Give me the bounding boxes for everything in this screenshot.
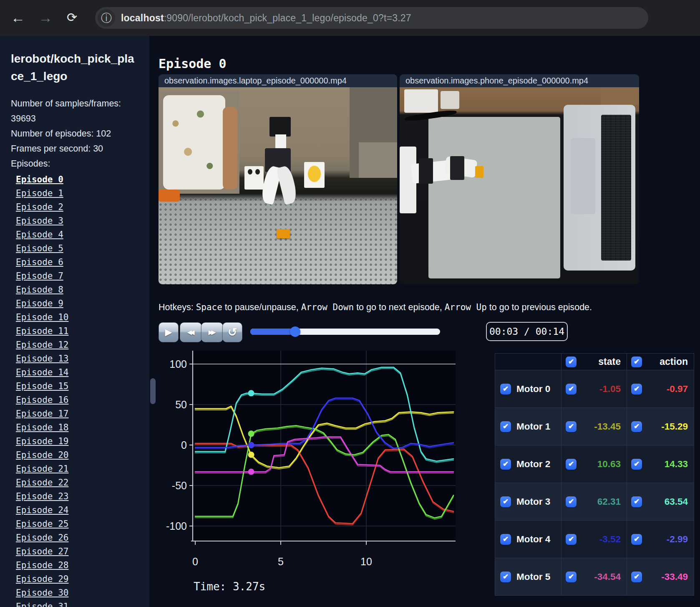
motor-0-state-checkbox[interactable]: ✔ xyxy=(566,384,577,395)
episode-link-24[interactable]: Episode 24 xyxy=(16,505,68,515)
episode-link-1[interactable]: Episode 1 xyxy=(16,188,63,198)
motor-3-label: Motor 3 xyxy=(516,496,550,507)
video-title-laptop: observation.images.laptop_episode_000000… xyxy=(159,74,397,87)
motor-1-state-checkbox[interactable]: ✔ xyxy=(566,421,577,432)
episode-link-29[interactable]: Episode 29 xyxy=(16,574,68,584)
robot-joint-2 xyxy=(450,156,464,180)
motor-4-checkbox[interactable]: ✔ xyxy=(500,534,511,545)
episode-list-item: Episode 16 xyxy=(16,393,149,407)
episode-link-31[interactable]: Episode 31 xyxy=(16,602,68,607)
episode-link-16[interactable]: Episode 16 xyxy=(16,395,68,405)
motor-row-name: ✔Motor 5 xyxy=(495,558,562,596)
motor-chart[interactable]: 100500-50-1000510 xyxy=(159,346,459,580)
episode-list-item: Episode 13 xyxy=(16,352,149,366)
seek-slider-thumb[interactable] xyxy=(290,326,300,337)
episode-list-item: Episode 22 xyxy=(16,476,149,490)
episode-link-20[interactable]: Episode 20 xyxy=(16,450,68,460)
person-arm xyxy=(223,107,237,190)
episode-link-28[interactable]: Episode 28 xyxy=(16,560,68,570)
motor-5-action-cell: ✔-33.49 xyxy=(627,558,694,596)
episode-list-item: Episode 12 xyxy=(16,338,149,352)
seek-slider[interactable] xyxy=(250,329,440,335)
episode-list-item: Episode 5 xyxy=(16,242,149,255)
motor-5-action-checkbox[interactable]: ✔ xyxy=(631,572,642,582)
seek-slider-fill xyxy=(250,329,295,335)
episode-link-0[interactable]: Episode 0 xyxy=(16,175,63,185)
episode-link-7[interactable]: Episode 7 xyxy=(16,271,63,281)
state-header-checkbox[interactable]: ✔ xyxy=(566,357,577,367)
episode-link-5[interactable]: Episode 5 xyxy=(16,243,63,253)
episode-link-11[interactable]: Episode 11 xyxy=(16,326,68,336)
reload-icon[interactable]: ⟳ xyxy=(67,8,77,28)
motor-1-state-cell: ✔-13.45 xyxy=(562,408,627,445)
episode-link-13[interactable]: Episode 13 xyxy=(16,354,68,364)
state-header-label: state xyxy=(598,356,621,367)
motor-2-checkbox[interactable]: ✔ xyxy=(500,459,511,470)
action-header-label: action xyxy=(660,356,688,367)
motor-3-action-checkbox[interactable]: ✔ xyxy=(631,496,642,507)
episode-link-18[interactable]: Episode 18 xyxy=(16,422,68,432)
episode-link-25[interactable]: Episode 25 xyxy=(16,519,68,529)
fast-forward-button[interactable]: ▶▶ xyxy=(201,322,223,342)
episode-link-4[interactable]: Episode 4 xyxy=(16,230,63,240)
episode-link-10[interactable]: Episode 10 xyxy=(16,312,68,322)
motor-0-label: Motor 0 xyxy=(516,384,550,395)
episode-link-3[interactable]: Episode 3 xyxy=(16,216,63,226)
episode-link-6[interactable]: Episode 6 xyxy=(16,257,63,267)
url-text[interactable]: localhost:9090/lerobot/koch_pick_place_1… xyxy=(121,13,411,24)
episode-link-30[interactable]: Episode 30 xyxy=(16,588,68,598)
episode-link-26[interactable]: Episode 26 xyxy=(16,533,68,543)
scrollbar-thumb[interactable] xyxy=(150,378,156,404)
orange-brick xyxy=(277,229,290,239)
url-path: :9090/lerobot/koch_pick_place_1_lego/epi… xyxy=(164,13,411,23)
episode-link-14[interactable]: Episode 14 xyxy=(16,367,68,377)
site-info-icon[interactable]: ⓘ xyxy=(98,9,115,27)
hotkeys-help: Hotkeys: Space to pause/unpause, Arrow D… xyxy=(159,302,659,313)
motor-4-state-checkbox[interactable]: ✔ xyxy=(566,534,577,545)
action-header-checkbox[interactable]: ✔ xyxy=(631,357,642,367)
motor-3-checkbox[interactable]: ✔ xyxy=(500,496,511,507)
motor-5-state-checkbox[interactable]: ✔ xyxy=(566,572,577,582)
episode-link-15[interactable]: Episode 15 xyxy=(16,381,68,391)
episode-link-21[interactable]: Episode 21 xyxy=(16,464,68,474)
episode-link-19[interactable]: Episode 19 xyxy=(16,436,68,446)
smiley-card xyxy=(304,162,325,187)
motor-3-state-checkbox[interactable]: ✔ xyxy=(566,496,577,507)
episode-link-23[interactable]: Episode 23 xyxy=(16,491,68,501)
url-host: localhost xyxy=(121,13,164,23)
episode-link-17[interactable]: Episode 17 xyxy=(16,409,68,419)
forward-icon[interactable]: → xyxy=(38,8,53,28)
motor-2-state-checkbox[interactable]: ✔ xyxy=(566,459,577,470)
motor-4-action-cell: ✔-2.99 xyxy=(627,521,694,558)
back-icon[interactable]: ← xyxy=(11,8,25,28)
wood-floor-corner xyxy=(601,87,639,105)
motor-2-action-checkbox[interactable]: ✔ xyxy=(631,459,642,470)
motor-5-action-value: -33.49 xyxy=(661,572,688,582)
episode-list-item: Episode 31 xyxy=(16,600,149,607)
motor-1-label: Motor 1 xyxy=(516,421,550,432)
motor-4-action-checkbox[interactable]: ✔ xyxy=(631,534,642,545)
episode-link-12[interactable]: Episode 12 xyxy=(16,340,68,350)
episode-list-item: Episode 6 xyxy=(16,255,149,269)
video-phone[interactable] xyxy=(400,87,639,284)
episode-list-item: Episode 0 xyxy=(16,173,149,187)
video-laptop[interactable] xyxy=(159,87,397,284)
motor-1-action-value: -15.29 xyxy=(661,421,688,432)
address-bar[interactable]: ⓘ localhost:9090/lerobot/koch_pick_place… xyxy=(95,7,648,29)
episode-link-22[interactable]: Episode 22 xyxy=(16,478,68,488)
episode-link-9[interactable]: Episode 9 xyxy=(16,298,63,309)
rewind-button[interactable]: ◀◀ xyxy=(180,322,202,342)
play-button[interactable]: ▶ xyxy=(159,322,179,342)
motor-0-checkbox[interactable]: ✔ xyxy=(500,384,511,395)
episode-link-8[interactable]: Episode 8 xyxy=(16,285,63,295)
motor-1-checkbox[interactable]: ✔ xyxy=(500,421,511,432)
episode-link-2[interactable]: Episode 2 xyxy=(16,202,63,212)
episode-list-item: Episode 29 xyxy=(16,572,149,586)
white-box xyxy=(404,89,438,113)
episode-list-item: Episode 25 xyxy=(16,517,149,531)
motor-5-checkbox[interactable]: ✔ xyxy=(500,572,511,582)
loop-button[interactable]: ↺ xyxy=(222,322,242,342)
episode-link-27[interactable]: Episode 27 xyxy=(16,546,68,556)
motor-0-action-checkbox[interactable]: ✔ xyxy=(631,384,642,395)
motor-1-action-checkbox[interactable]: ✔ xyxy=(631,421,642,432)
